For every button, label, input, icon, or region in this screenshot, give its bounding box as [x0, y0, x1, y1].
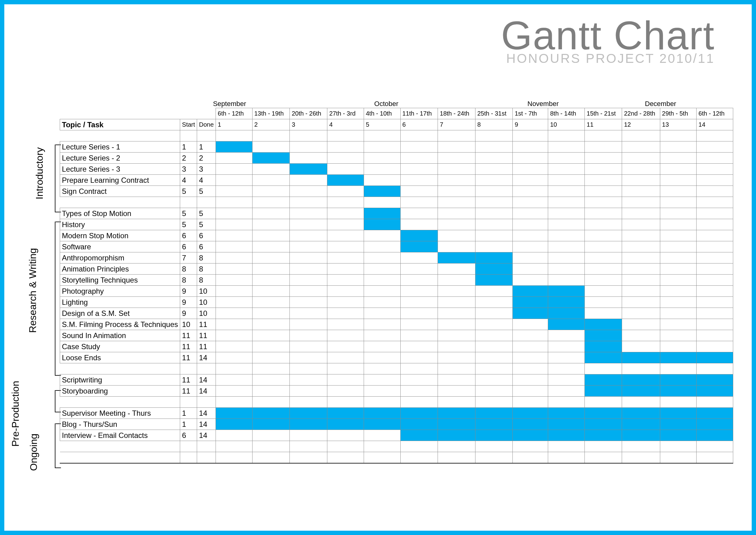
gantt-cell — [400, 286, 438, 297]
task-name: Sound In Animation — [60, 330, 180, 341]
gantt-cell — [364, 153, 400, 164]
header-done: Done — [197, 119, 216, 130]
task-done: 3 — [197, 164, 216, 175]
gantt-cell — [475, 352, 513, 363]
gantt-cell — [585, 286, 622, 297]
gantt-cell — [622, 275, 660, 286]
gantt-cell — [400, 175, 438, 186]
task-start: 11 — [180, 385, 197, 397]
gantt-cell — [364, 341, 400, 352]
task-name: Sign Contract — [60, 186, 180, 197]
gantt-cell — [475, 430, 513, 441]
gantt-cell — [438, 208, 475, 219]
gantt-cell — [622, 408, 660, 419]
task-done: 2 — [197, 153, 216, 164]
gantt-cell — [327, 175, 364, 186]
gantt-cell — [216, 430, 253, 441]
gantt-cell — [216, 397, 253, 408]
gantt-cell — [585, 164, 622, 175]
gantt-cell — [660, 397, 696, 408]
task-row: History55 — [60, 219, 733, 230]
gantt-cell — [660, 164, 696, 175]
gantt-cell — [400, 153, 438, 164]
gantt-cell — [548, 385, 585, 397]
week-range-cell: 22nd - 28th — [622, 108, 660, 119]
week-number-cell: 3 — [290, 119, 327, 130]
gantt-cell — [290, 197, 327, 208]
gantt-cell — [548, 164, 585, 175]
gantt-cell — [216, 252, 253, 264]
gantt-cell — [438, 164, 475, 175]
gantt-cell — [290, 286, 327, 297]
gantt-cell — [438, 341, 475, 352]
gantt-cell — [327, 208, 364, 219]
gantt-cell — [660, 141, 696, 153]
gantt-cell — [438, 430, 475, 441]
task-done: 5 — [197, 219, 216, 230]
gantt-cell — [290, 397, 327, 408]
week-range-cell: 6th - 12th — [216, 108, 253, 119]
gantt-cell — [364, 130, 400, 141]
gantt-cell — [400, 319, 438, 330]
gantt-cell — [622, 441, 660, 452]
task-start: 3 — [180, 164, 197, 175]
gantt-cell — [216, 286, 253, 297]
gantt-cell — [327, 275, 364, 286]
gantt-cell — [216, 230, 253, 241]
gantt-cell — [216, 141, 253, 153]
gantt-cell — [216, 308, 253, 319]
gantt-cell — [364, 164, 400, 175]
week-range-cell: 15th - 21st — [585, 108, 622, 119]
gantt-cell — [475, 419, 513, 430]
task-done: 10 — [197, 297, 216, 308]
gantt-cell — [327, 385, 364, 397]
task-row: Loose Ends1114 — [60, 352, 733, 363]
gantt-cell — [364, 452, 400, 463]
task-done: 6 — [197, 230, 216, 241]
gantt-cell — [327, 186, 364, 197]
gantt-cell — [290, 175, 327, 186]
task-row: Photography910 — [60, 286, 733, 297]
task-name: Storytelling Techniques — [60, 275, 180, 286]
gantt-cell — [216, 363, 253, 375]
gantt-cell — [585, 141, 622, 153]
gantt-cell — [364, 441, 400, 452]
gantt-cell — [585, 230, 622, 241]
week-range-cell: 6th - 12th — [696, 108, 733, 119]
gantt-cell — [252, 230, 290, 241]
gantt-cell — [548, 153, 585, 164]
gantt-cell — [252, 197, 290, 208]
gantt-cell — [696, 208, 733, 219]
gantt-cell — [438, 408, 475, 419]
gantt-cell — [475, 375, 513, 385]
gantt-cell — [548, 175, 585, 186]
task-done: 14 — [197, 430, 216, 441]
gantt-cell — [327, 264, 364, 275]
gantt-cell — [513, 141, 548, 153]
gantt-cell — [585, 308, 622, 319]
gantt-cell — [660, 408, 696, 419]
task-row: Interview - Email Contacts614 — [60, 430, 733, 441]
gantt-cell — [548, 363, 585, 375]
gantt-cell — [622, 397, 660, 408]
task-start: 11 — [180, 375, 197, 385]
gantt-cell — [475, 297, 513, 308]
task-done: 14 — [197, 375, 216, 385]
task-start: 9 — [180, 308, 197, 319]
gantt-cell — [513, 430, 548, 441]
spacer-row — [60, 452, 733, 463]
gantt-cell — [327, 308, 364, 319]
gantt-cell — [585, 363, 622, 375]
gantt-cell — [400, 297, 438, 308]
gantt-cell — [696, 419, 733, 430]
task-name: Lighting — [60, 297, 180, 308]
gantt-cell — [252, 452, 290, 463]
gantt-cell — [400, 308, 438, 319]
task-row: Design of a S.M. Set910 — [60, 308, 733, 319]
gantt-cell — [475, 175, 513, 186]
gantt-cell — [438, 286, 475, 297]
gantt-cell — [548, 341, 585, 352]
gantt-cell — [400, 219, 438, 230]
gantt-cell — [364, 252, 400, 264]
week-number-cell: 9 — [513, 119, 548, 130]
